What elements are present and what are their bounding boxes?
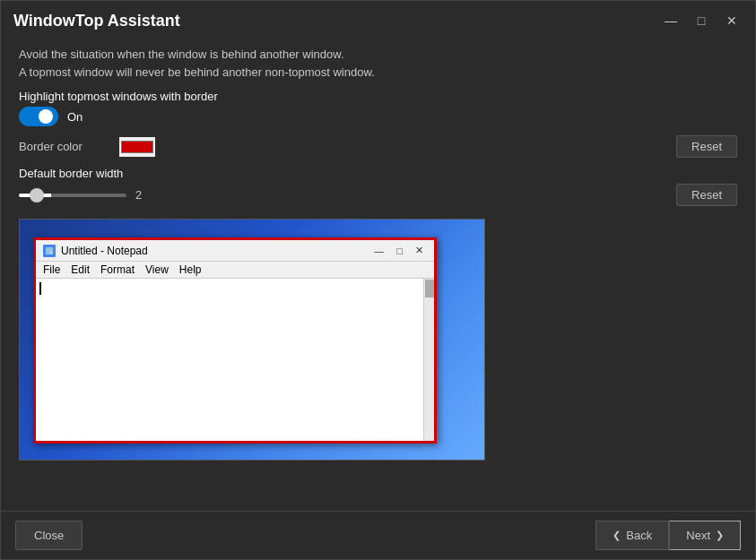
menu-format[interactable]: Format	[100, 263, 135, 276]
close-button[interactable]: Close	[15, 521, 83, 550]
notepad-icon	[43, 245, 56, 257]
preview-area: Untitled - Notepad — □ ✕ File Edit Forma…	[19, 219, 485, 461]
main-window: WindowTop Assistant — □ ✕ Avoid the situ…	[0, 0, 756, 560]
notepad-minimize[interactable]: —	[370, 244, 387, 257]
next-label: Next	[686, 529, 710, 542]
fake-notepad-window: Untitled - Notepad — □ ✕ File Edit Forma…	[33, 237, 437, 444]
back-chevron-icon: ❮	[613, 530, 621, 541]
text-cursor	[39, 282, 41, 295]
minimize-button[interactable]: —	[660, 10, 682, 31]
menu-edit[interactable]: Edit	[71, 263, 90, 276]
back-label: Back	[626, 529, 652, 542]
notepad-maximize[interactable]: □	[393, 244, 406, 257]
border-color-reset-button[interactable]: Reset	[676, 135, 737, 158]
notepad-body	[36, 279, 434, 441]
notepad-title-text: Untitled - Notepad	[61, 245, 148, 257]
scrollbar-thumb	[425, 280, 434, 297]
fake-notepad-controls: — □ ✕	[370, 244, 427, 257]
border-width-row: 2 Reset	[19, 184, 737, 206]
slider-container: 2	[19, 188, 153, 202]
description-line1: Avoid the situation when the window is b…	[19, 46, 737, 64]
preview-desktop: Untitled - Notepad — □ ✕ File Edit Forma…	[20, 220, 484, 460]
next-button[interactable]: Next ❯	[669, 521, 741, 550]
border-width-section: Default border width 2 Reset	[19, 167, 737, 206]
notepad-menubar: File Edit Format View Help	[36, 262, 434, 279]
toggle-row: On	[19, 107, 737, 126]
highlight-label: Highlight topmost windows with border	[19, 90, 737, 103]
footer: Close ❮ Back Next ❯	[1, 511, 755, 559]
maximize-button[interactable]: □	[691, 10, 712, 31]
close-titlebar-button[interactable]: ✕	[721, 10, 743, 31]
fake-notepad-titlebar: Untitled - Notepad — □ ✕	[36, 240, 434, 262]
next-chevron-icon: ❯	[716, 530, 724, 541]
description-line2: A topmost window will never be behind an…	[19, 64, 737, 82]
title-bar: WindowTop Assistant — □ ✕	[1, 1, 755, 37]
title-bar-controls: — □ ✕	[660, 10, 743, 31]
content-area: Avoid the situation when the window is b…	[1, 37, 755, 511]
border-width-slider[interactable]	[19, 194, 126, 197]
highlight-section: Highlight topmost windows with border On	[19, 90, 737, 126]
border-width-label: Default border width	[19, 167, 737, 180]
notepad-close[interactable]: ✕	[412, 244, 427, 257]
notepad-scrollbar[interactable]	[423, 279, 434, 441]
description-text: Avoid the situation when the window is b…	[19, 46, 737, 81]
window-title: WindowTop Assistant	[13, 12, 180, 30]
border-color-swatch[interactable]	[119, 137, 155, 157]
navigation-buttons: ❮ Back Next ❯	[595, 521, 741, 550]
menu-file[interactable]: File	[43, 263, 60, 276]
back-button[interactable]: ❮ Back	[595, 521, 669, 550]
border-color-label: Border color	[19, 140, 109, 153]
slider-value: 2	[135, 188, 153, 202]
toggle-state-label: On	[67, 110, 83, 124]
border-color-row: Border color Reset	[19, 135, 737, 158]
highlight-toggle[interactable]	[19, 107, 58, 126]
notepad-title-left: Untitled - Notepad	[43, 245, 148, 257]
menu-view[interactable]: View	[145, 263, 169, 276]
toggle-thumb	[39, 109, 53, 124]
border-width-reset-button[interactable]: Reset	[676, 184, 737, 206]
menu-help[interactable]: Help	[179, 263, 202, 276]
